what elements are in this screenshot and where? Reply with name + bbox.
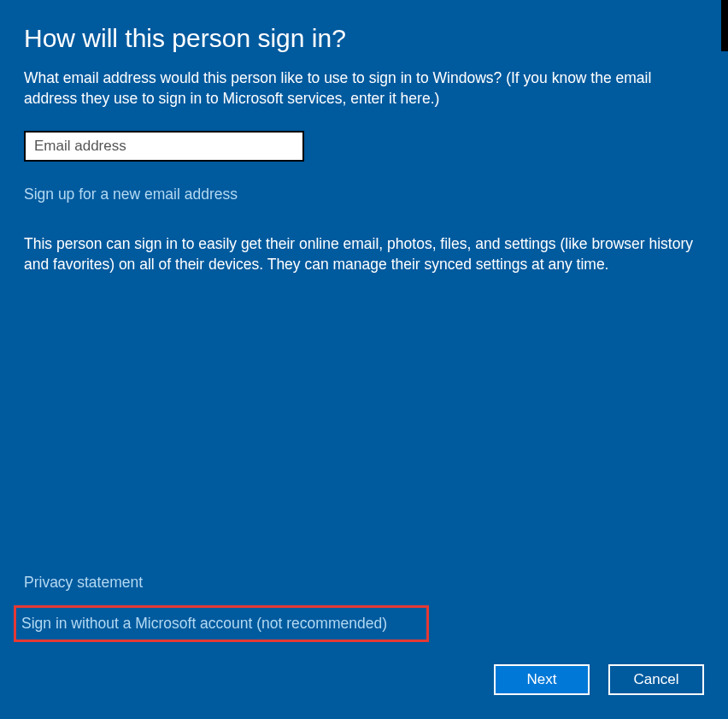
description-text: What email address would this person lik… [24,68,704,109]
sign-in-without-account-link[interactable]: Sign in without a Microsoft account (not… [21,615,421,633]
highlight-annotation: Sign in without a Microsoft account (not… [14,605,429,642]
cancel-button[interactable]: Cancel [608,664,704,695]
sync-info-text: This person can sign in to easily get th… [24,234,704,274]
bottom-links-section: Privacy statement Sign in without a Micr… [24,570,429,642]
scrollbar-thumb[interactable] [721,0,728,51]
button-row: Next Cancel [494,664,704,695]
privacy-statement-link[interactable]: Privacy statement [24,570,429,595]
email-input[interactable] [24,131,304,162]
next-button[interactable]: Next [494,664,590,695]
signup-new-email-link[interactable]: Sign up for a new email address [24,186,238,203]
page-title: How will this person sign in? [24,24,704,53]
dialog-container: How will this person sign in? What email… [0,0,728,275]
